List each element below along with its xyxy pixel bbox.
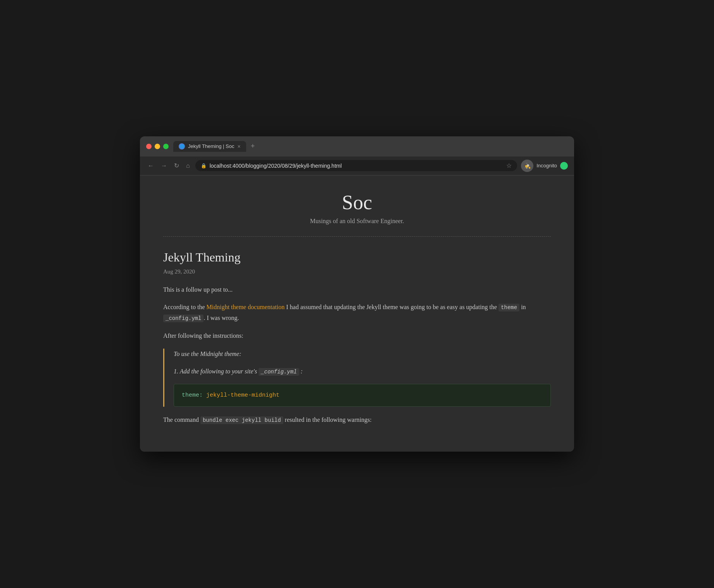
refresh-button[interactable]: ↻ (172, 160, 181, 171)
lock-icon: 🔒 (201, 163, 207, 168)
command-code: bundle exec jekyll build (200, 416, 283, 424)
site-subtitle: Musings of an old Software Engineer. (163, 218, 551, 225)
home-button[interactable]: ⌂ (185, 161, 191, 171)
blockquote-intro: To use the Midnight theme: (174, 349, 551, 359)
post-body: This is a follow up post to... According… (163, 284, 551, 425)
post-date: Aug 29, 2020 (163, 268, 551, 275)
theme-code: theme (498, 304, 519, 311)
back-button[interactable]: ← (146, 161, 155, 171)
address-input[interactable]: 🔒 localhost:4000/blogging/2020/08/29/jek… (195, 160, 517, 171)
command-line: The command bundle exec jekyll build res… (163, 414, 551, 425)
incognito-label: Incognito (536, 163, 557, 168)
incognito-icon: 🕵 (521, 160, 533, 172)
blockquote-config-code: _config.yml (259, 368, 299, 376)
paragraph-1: This is a follow up post to... (163, 284, 551, 295)
traffic-lights (146, 144, 169, 149)
bookmark-icon[interactable]: ☆ (506, 162, 512, 169)
blockquote: To use the Midnight theme: 1. Add the fo… (163, 349, 551, 407)
title-bar: 🌐 Jekyll Theming | Soc × + (140, 136, 574, 156)
post-title: Jekyll Theming (163, 250, 551, 265)
header-divider (163, 236, 551, 237)
active-tab[interactable]: 🌐 Jekyll Theming | Soc × (173, 141, 246, 152)
site-title: Soc (163, 191, 551, 214)
config-code-inline: _config.yml (163, 315, 204, 322)
site-header: Soc Musings of an old Software Engineer. (163, 191, 551, 225)
new-tab-button[interactable]: + (248, 142, 258, 150)
code-block: theme: jekyll-theme-midnight (174, 384, 551, 407)
incognito-area: 🕵 Incognito (521, 160, 568, 172)
address-bar: ← → ↻ ⌂ 🔒 localhost:4000/blogging/2020/0… (140, 156, 574, 175)
tab-close-button[interactable]: × (237, 143, 240, 150)
url-text: localhost:4000/blogging/2020/08/29/jekyl… (210, 163, 342, 169)
tab-favicon: 🌐 (179, 143, 185, 150)
midnight-theme-link[interactable]: Midnight theme documentation (207, 304, 285, 310)
page-content: Soc Musings of an old Software Engineer.… (140, 175, 574, 452)
tab-label: Jekyll Theming | Soc (188, 143, 234, 149)
paragraph-3: After following the instructions: (163, 330, 551, 341)
blockquote-item: 1. Add the following to your site's _con… (174, 366, 551, 377)
tab-bar: 🌐 Jekyll Theming | Soc × + (173, 141, 568, 152)
minimize-button[interactable] (155, 144, 160, 149)
maximize-button[interactable] (163, 144, 169, 149)
code-key: theme: (182, 392, 203, 399)
close-button[interactable] (146, 144, 152, 149)
browser-window: 🌐 Jekyll Theming | Soc × + ← → ↻ ⌂ 🔒 loc… (140, 136, 574, 452)
paragraph-2: According to the Midnight theme document… (163, 302, 551, 323)
forward-button[interactable]: → (159, 161, 169, 171)
profile-dot[interactable] (560, 162, 568, 170)
code-value: jekyll-theme-midnight (206, 392, 279, 399)
